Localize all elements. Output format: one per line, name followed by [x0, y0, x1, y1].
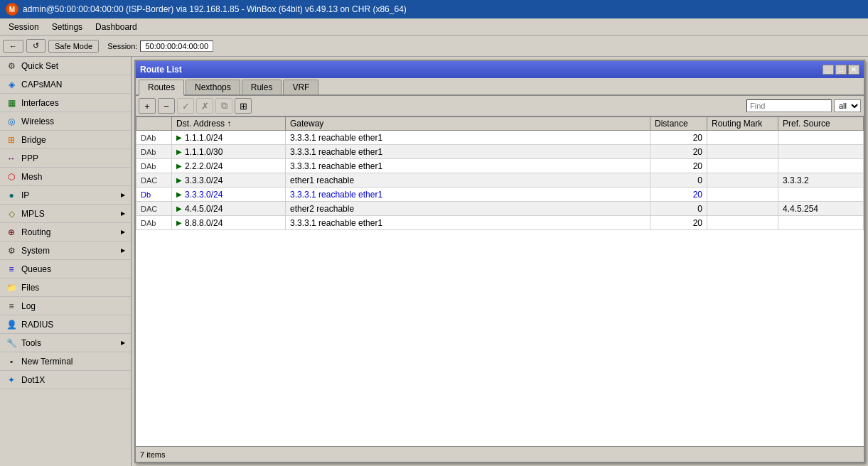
table-row[interactable]: DAb▶2.2.2.0/243.3.3.1 reachable ether120: [136, 159, 864, 173]
sidebar-item-dot1x[interactable]: ✦Dot1X: [0, 371, 131, 389]
new-terminal-label: New Terminal: [21, 357, 73, 367]
col-header-distance[interactable]: Distance: [650, 117, 707, 131]
tab-rules[interactable]: Rules: [242, 80, 282, 94]
cell-distance-3: 0: [650, 173, 707, 188]
table-row[interactable]: DAb▶1.1.1.0/303.3.3.1 reachable ether120: [136, 145, 864, 159]
cell-routing-mark-2: [707, 159, 778, 173]
table-row[interactable]: DAb▶8.8.8.0/243.3.3.1 reachable ether120: [136, 216, 864, 230]
routing-icon: ⊕: [6, 227, 17, 238]
cell-distance-2: 20: [650, 159, 707, 173]
cell-dst-1: ▶1.1.1.0/30: [172, 145, 286, 159]
sidebar-item-quick-set[interactable]: ⚙Quick Set: [0, 57, 131, 75]
mesh-icon: ⬡: [6, 171, 17, 183]
minimize-button[interactable]: _: [823, 65, 834, 75]
dot1x-label: Dot1X: [21, 375, 45, 385]
tools-label: Tools: [21, 338, 41, 348]
wireless-label: Wireless: [21, 116, 54, 126]
cell-routing-mark-0: [707, 131, 778, 145]
route-toolbar: + − ✓ ✗ ⧉ ⊞ all: [136, 96, 864, 116]
cell-dst-0: ▶1.1.1.0/24: [172, 131, 286, 145]
sidebar-item-ppp[interactable]: ↔PPP: [0, 149, 131, 168]
cell-pref-source-6: [778, 216, 864, 230]
tab-bar: RoutesNexthopsRulesVRF: [136, 78, 864, 96]
item-count: 7 items: [140, 450, 165, 459]
sidebar-item-interfaces[interactable]: ▦Interfaces: [0, 94, 131, 112]
sidebar-item-new-terminal[interactable]: ▪New Terminal: [0, 352, 131, 371]
check-button[interactable]: ✓: [177, 98, 194, 114]
sidebar-item-queues[interactable]: ≡Queues: [0, 260, 131, 278]
col-header-flag[interactable]: [136, 117, 172, 131]
ppp-icon: ↔: [6, 153, 17, 164]
sidebar-item-tools[interactable]: 🔧Tools: [0, 334, 131, 352]
add-route-button[interactable]: +: [139, 98, 156, 114]
app-logo: M: [6, 3, 18, 16]
status-bar: 7 items: [136, 446, 864, 462]
sidebar-item-radius[interactable]: 👤RADIUS: [0, 315, 131, 334]
tab-nexthops[interactable]: Nexthops: [186, 80, 240, 94]
col-header-routing-mark[interactable]: Routing Mark: [707, 117, 778, 131]
ip-label: IP: [21, 190, 29, 200]
sidebar-item-routing[interactable]: ⊕Routing: [0, 223, 131, 242]
copy-button[interactable]: ⧉: [215, 98, 232, 114]
cell-routing-mark-4: [707, 188, 778, 202]
col-header-dst[interactable]: Dst. Address ↑: [172, 117, 286, 131]
quick-set-label: Quick Set: [21, 61, 58, 71]
back-button[interactable]: ←: [3, 40, 23, 53]
back-icon: ←: [9, 42, 17, 50]
session-value: 50:00:00:04:00:00: [140, 40, 213, 52]
mesh-label: Mesh: [21, 172, 42, 182]
routes-table: Dst. Address ↑ Gateway Distance Routing …: [136, 116, 864, 230]
find-input[interactable]: [746, 99, 832, 112]
cell-dst-3: ▶3.3.3.0/24: [172, 173, 286, 188]
cell-distance-1: 20: [650, 145, 707, 159]
cell-flag-2: DAb: [136, 159, 172, 173]
sidebar-item-mesh[interactable]: ⬡Mesh: [0, 168, 131, 186]
cell-routing-mark-3: [707, 173, 778, 188]
capsman-label: CAPsMAN: [21, 80, 62, 90]
find-select[interactable]: all: [834, 99, 861, 112]
radius-label: RADIUS: [21, 320, 53, 330]
sidebar-item-files[interactable]: 📁Files: [0, 278, 131, 297]
col-header-pref-source[interactable]: Pref. Source: [778, 117, 864, 131]
sidebar-item-bridge[interactable]: ⊞Bridge: [0, 131, 131, 149]
tab-vrf[interactable]: VRF: [283, 80, 318, 94]
sidebar-item-system[interactable]: ⚙System: [0, 242, 131, 260]
table-header-row: Dst. Address ↑ Gateway Distance Routing …: [136, 117, 864, 131]
sidebar-item-wireless[interactable]: ◎Wireless: [0, 112, 131, 131]
files-icon: 📁: [6, 282, 17, 293]
radius-icon: 👤: [6, 319, 17, 330]
cell-dst-2: ▶2.2.2.0/24: [172, 159, 286, 173]
route-table: Dst. Address ↑ Gateway Distance Routing …: [136, 116, 864, 446]
app-toolbar: ← ↺ Safe Mode Session: 50:00:00:04:00:00: [0, 36, 868, 57]
safemode-button[interactable]: Safe Mode: [48, 40, 99, 53]
sidebar-item-mpls[interactable]: ◇MPLS: [0, 205, 131, 223]
table-row[interactable]: DAC▶4.4.5.0/24ether2 reachable04.4.5.254: [136, 202, 864, 216]
dot1x-icon: ✦: [6, 374, 17, 386]
sidebar-item-log[interactable]: ≡Log: [0, 297, 131, 315]
maximize-button[interactable]: □: [835, 65, 847, 75]
filter-button[interactable]: ⊞: [235, 98, 252, 114]
tools-icon: 🔧: [6, 337, 17, 349]
menu-session[interactable]: Session: [3, 21, 45, 33]
close-button[interactable]: ✕: [848, 65, 859, 75]
ppp-label: PPP: [21, 153, 38, 163]
table-row[interactable]: Db▶3.3.3.0/243.3.3.1 reachable ether120: [136, 188, 864, 202]
col-header-gateway[interactable]: Gateway: [286, 117, 650, 131]
refresh-button[interactable]: ↺: [26, 39, 45, 53]
files-label: Files: [21, 283, 39, 293]
window-controls: _ □ ✕: [823, 65, 859, 75]
menu-dashboard[interactable]: Dashboard: [90, 21, 143, 33]
uncheck-button[interactable]: ✗: [196, 98, 213, 114]
table-row[interactable]: DAb▶1.1.1.0/243.3.3.1 reachable ether120: [136, 131, 864, 145]
refresh-icon: ↺: [33, 41, 39, 50]
tab-routes[interactable]: Routes: [139, 80, 184, 96]
remove-route-button[interactable]: −: [158, 98, 175, 114]
window-titlebar: Route List _ □ ✕: [136, 61, 864, 78]
menu-settings[interactable]: Settings: [46, 21, 88, 33]
table-row[interactable]: DAC▶3.3.3.0/24ether1 reachable03.3.3.2: [136, 173, 864, 188]
sidebar-item-capsman[interactable]: ◈CAPsMAN: [0, 75, 131, 94]
sidebar-item-ip[interactable]: ●IP: [0, 186, 131, 205]
window-title: Route List: [140, 65, 182, 75]
main-area: ⚙Quick Set◈CAPsMAN▦Interfaces◎Wireless⊞B…: [0, 57, 868, 466]
cell-dst-6: ▶8.8.8.0/24: [172, 216, 286, 230]
